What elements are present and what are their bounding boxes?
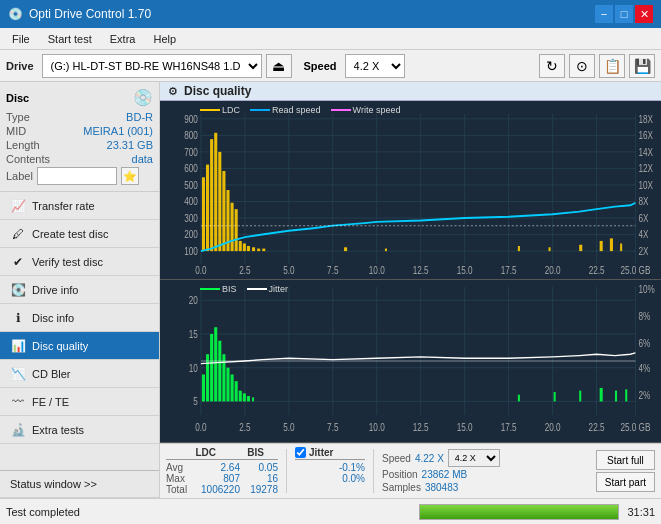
legend-read: Read speed [250, 105, 321, 115]
svg-text:7.5: 7.5 [327, 421, 338, 433]
ldc-header: LDC [166, 447, 216, 458]
svg-rect-110 [202, 375, 205, 402]
stats-max-row: Max 807 16 [166, 473, 278, 484]
svg-rect-124 [554, 392, 556, 401]
jitter-total [295, 484, 365, 495]
jitter-avg: -0.1% [295, 462, 365, 473]
svg-rect-123 [518, 395, 520, 402]
samples-value: 380483 [425, 482, 458, 493]
samples-label: Samples [382, 482, 421, 493]
svg-rect-66 [385, 249, 387, 252]
sidebar-item-cd-bler[interactable]: 📉 CD Bler [0, 360, 159, 388]
sidebar-item-disc-quality[interactable]: 📊 Disc quality [0, 332, 159, 360]
svg-text:300: 300 [184, 213, 198, 224]
menu-extra[interactable]: Extra [102, 31, 144, 47]
label-input[interactable] [37, 167, 117, 185]
svg-text:12.5: 12.5 [413, 421, 429, 433]
save-button[interactable]: 💾 [629, 54, 655, 78]
create-test-disc-icon: 🖊 [10, 226, 26, 242]
sidebar-item-create-test-disc[interactable]: 🖊 Create test disc [0, 220, 159, 248]
drive-info-icon: 💽 [10, 282, 26, 298]
legend-bis: BIS [200, 284, 237, 294]
svg-rect-59 [239, 241, 242, 251]
svg-text:2.5: 2.5 [239, 421, 250, 433]
jitter-checkbox[interactable] [295, 447, 306, 458]
toolbar: Drive (G:) HL-DT-ST BD-RE WH16NS48 1.D3 … [0, 50, 661, 82]
svg-text:0.0: 0.0 [195, 421, 206, 433]
svg-rect-63 [257, 249, 260, 252]
sidebar-item-transfer-rate[interactable]: 📈 Transfer rate [0, 192, 159, 220]
svg-text:18X: 18X [639, 114, 654, 125]
svg-rect-67 [518, 246, 520, 251]
fe-te-icon: 〰 [10, 394, 26, 410]
start-full-button[interactable]: Start full [596, 450, 655, 470]
jitter-max: 0.0% [295, 473, 365, 484]
menu-start-test[interactable]: Start test [40, 31, 100, 47]
svg-rect-62 [252, 247, 255, 251]
sidebar-item-verify-test-disc[interactable]: ✔ Verify test disc [0, 248, 159, 276]
speed-select[interactable]: 4.2 X [345, 54, 405, 78]
svg-text:20: 20 [189, 294, 198, 306]
eject-button[interactable]: ⏏ [266, 54, 292, 78]
svg-text:700: 700 [184, 147, 198, 158]
svg-text:2X: 2X [639, 246, 649, 257]
menu-file[interactable]: File [4, 31, 38, 47]
svg-text:17.5: 17.5 [501, 265, 517, 276]
jitter-stats: Jitter -0.1% 0.0% [295, 447, 365, 495]
disc-contents-row: Contents data [6, 153, 153, 165]
sidebar-item-extra-tests[interactable]: 🔬 Extra tests [0, 416, 159, 444]
main-area: Disc 💿 Type BD-R MID MEIRA1 (001) Length… [0, 82, 661, 498]
statusbar: Test completed 31:31 [0, 498, 661, 524]
extra-tests-icon: 🔬 [10, 422, 26, 438]
svg-text:15: 15 [189, 328, 198, 340]
sidebar-item-drive-info[interactable]: 💽 Drive info [0, 276, 159, 304]
speed-position-stats: Speed 4.22 X 4.2 X Position 23862 MB Sam… [382, 449, 500, 493]
bis-total: 19278 [242, 484, 278, 495]
svg-text:15.0: 15.0 [457, 421, 473, 433]
speed-label: Speed [304, 60, 337, 72]
svg-rect-118 [235, 381, 238, 401]
svg-text:14X: 14X [639, 147, 654, 158]
svg-rect-122 [252, 397, 254, 401]
disc-mid-label: MID [6, 125, 26, 137]
disc-length-label: Length [6, 139, 40, 151]
maximize-button[interactable]: □ [615, 5, 633, 23]
disc-panel-icon: 💿 [133, 88, 153, 107]
bis-chart: BIS Jitter [160, 280, 661, 443]
svg-rect-55 [222, 171, 225, 251]
sidebar-item-disc-info[interactable]: ℹ Disc info [0, 304, 159, 332]
stats-total-row: Total 1006220 19278 [166, 484, 278, 495]
svg-rect-58 [235, 209, 238, 251]
chart-title: Disc quality [184, 84, 251, 98]
status-text: Test completed [6, 506, 411, 518]
svg-rect-50 [202, 177, 205, 251]
ldc-total: 1006220 [190, 484, 240, 495]
svg-text:20.0: 20.0 [545, 421, 561, 433]
close-button[interactable]: ✕ [635, 5, 653, 23]
sidebar-item-fe-te[interactable]: 〰 FE / TE [0, 388, 159, 416]
svg-rect-0 [160, 101, 661, 279]
speed-stat-select[interactable]: 4.2 X [448, 449, 500, 467]
start-part-button[interactable]: Start part [596, 472, 655, 492]
target-button[interactable]: ⊙ [569, 54, 595, 78]
svg-text:0.0: 0.0 [195, 265, 206, 276]
sidebar-item-status-window[interactable]: Status window >> [0, 470, 159, 498]
menu-help[interactable]: Help [145, 31, 184, 47]
bis-header: BIS [224, 447, 264, 458]
refresh-button[interactable]: ↻ [539, 54, 565, 78]
svg-rect-113 [214, 327, 217, 401]
minimize-button[interactable]: − [595, 5, 613, 23]
ldc-max: 807 [190, 473, 240, 484]
chart-gear-icon: ⚙ [168, 85, 178, 98]
copy-button[interactable]: 📋 [599, 54, 625, 78]
drive-select[interactable]: (G:) HL-DT-ST BD-RE WH16NS48 1.D3 [42, 54, 262, 78]
legend-write: Write speed [331, 105, 401, 115]
chart-header: ⚙ Disc quality [160, 82, 661, 101]
sidebar-item-label: Disc info [32, 312, 74, 324]
disc-mid-value: MEIRA1 (001) [83, 125, 153, 137]
label-button[interactable]: ⭐ [121, 167, 139, 185]
svg-text:400: 400 [184, 196, 198, 207]
svg-text:5: 5 [193, 395, 198, 407]
sidebar-item-label: FE / TE [32, 396, 69, 408]
svg-text:16X: 16X [639, 130, 654, 141]
